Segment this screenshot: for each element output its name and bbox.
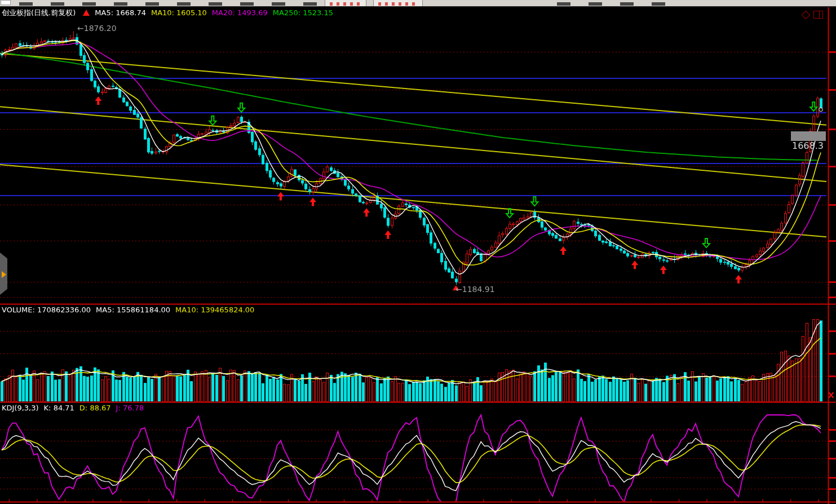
pointer-glyph: ←: [77, 24, 84, 33]
price-tag-box: [791, 131, 826, 141]
close-indicator-button[interactable]: X: [828, 391, 834, 400]
volume-label: VOLUME: 170862336.00: [2, 306, 91, 314]
menu-right-text-clipped: [557, 2, 680, 6]
menubar[interactable]: [0, 0, 836, 7]
volume-header: VOLUME: 170862336.00MA5: 155861184.00MA1…: [2, 306, 259, 314]
menu-items-clipped[interactable]: [19, 2, 318, 6]
kdj-d-label: D: 88.67: [79, 404, 111, 412]
volume-ma10-label: MA10: 139465824.00: [175, 306, 254, 314]
up-arrow-icon: [83, 10, 90, 16]
side-panel-handle[interactable]: [0, 253, 7, 295]
menubar-red-button-1[interactable]: [325, 0, 366, 6]
pointer-glyph: ←: [455, 285, 462, 294]
ma5-label: MA5: 1668.74: [95, 8, 146, 17]
trading-app-window: 创业板指(日线.前复权)MA5: 1668.74MA10: 1605.10MA2…: [0, 0, 836, 504]
menubar-red-button-2[interactable]: [373, 0, 423, 6]
red-button-glyphs: [378, 2, 418, 6]
main-chart-header: 创业板指(日线.前复权)MA5: 1668.74MA10: 1605.10MA2…: [2, 8, 338, 18]
expand-arrow-icon: [2, 271, 6, 278]
kdj-k-label: K: 84.71: [44, 404, 74, 412]
kdj-label: KDJ(9,3,3): [2, 404, 39, 412]
kdj-header: KDJ(9,3,3)K: 84.71D: 88.67J: 76.78: [2, 404, 149, 412]
volume-ma5-label: MA5: 155861184.00: [96, 306, 170, 314]
diamond-icon[interactable]: [802, 10, 811, 19]
ma250-label: MA250: 1523.15: [273, 8, 333, 17]
low-price-label: ←1184.91: [455, 285, 495, 294]
menubar-white-icon[interactable]: [1, 0, 11, 5]
price-tag-value: 1668.3: [792, 140, 824, 151]
red-button-glyphs: [330, 2, 361, 6]
split-pane-icon[interactable]: [813, 11, 823, 19]
ma10-label: MA10: 1605.10: [151, 8, 207, 17]
kdj-j-label: J: 76.78: [116, 404, 144, 412]
chart-corner-tools: [803, 11, 823, 19]
ma20-label: MA20: 1493.69: [212, 8, 268, 17]
chart-canvas[interactable]: [0, 0, 836, 504]
symbol-title: 创业板指(日线.前复权): [2, 8, 76, 17]
high-price-label: ←1876.20: [77, 24, 117, 33]
